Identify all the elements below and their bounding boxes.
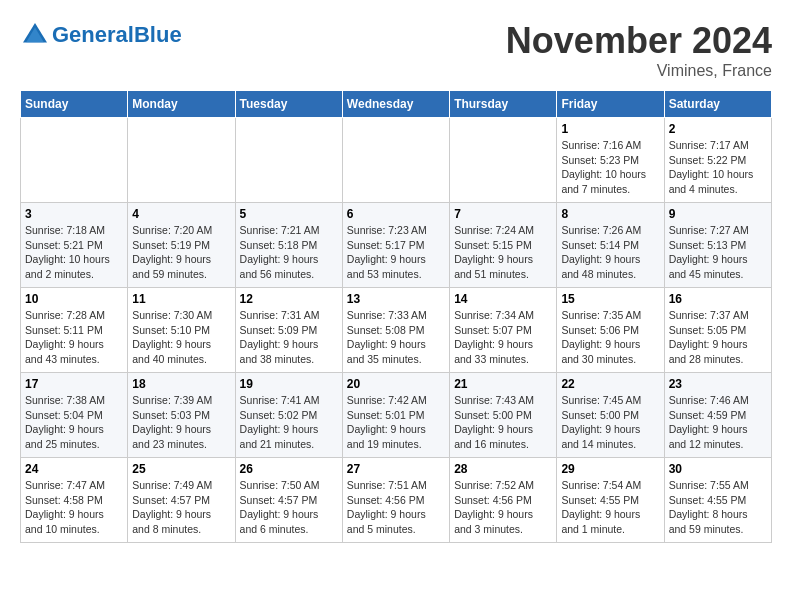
calendar-header-row: SundayMondayTuesdayWednesdayThursdayFrid… bbox=[21, 91, 772, 118]
day-number: 1 bbox=[561, 122, 659, 136]
logo-text: GeneralBlue bbox=[52, 24, 182, 46]
calendar-cell: 4Sunrise: 7:20 AM Sunset: 5:19 PM Daylig… bbox=[128, 203, 235, 288]
day-info: Sunrise: 7:24 AM Sunset: 5:15 PM Dayligh… bbox=[454, 223, 552, 282]
calendar-cell: 7Sunrise: 7:24 AM Sunset: 5:15 PM Daylig… bbox=[450, 203, 557, 288]
calendar-cell: 19Sunrise: 7:41 AM Sunset: 5:02 PM Dayli… bbox=[235, 373, 342, 458]
logo-blue: Blue bbox=[134, 22, 182, 47]
day-number: 29 bbox=[561, 462, 659, 476]
day-number: 3 bbox=[25, 207, 123, 221]
calendar-cell: 3Sunrise: 7:18 AM Sunset: 5:21 PM Daylig… bbox=[21, 203, 128, 288]
calendar-cell: 14Sunrise: 7:34 AM Sunset: 5:07 PM Dayli… bbox=[450, 288, 557, 373]
day-number: 15 bbox=[561, 292, 659, 306]
calendar-cell: 27Sunrise: 7:51 AM Sunset: 4:56 PM Dayli… bbox=[342, 458, 449, 543]
day-number: 28 bbox=[454, 462, 552, 476]
day-info: Sunrise: 7:30 AM Sunset: 5:10 PM Dayligh… bbox=[132, 308, 230, 367]
day-number: 27 bbox=[347, 462, 445, 476]
day-number: 30 bbox=[669, 462, 767, 476]
calendar-cell bbox=[21, 118, 128, 203]
calendar-week-1: 1Sunrise: 7:16 AM Sunset: 5:23 PM Daylig… bbox=[21, 118, 772, 203]
day-info: Sunrise: 7:42 AM Sunset: 5:01 PM Dayligh… bbox=[347, 393, 445, 452]
calendar-cell: 15Sunrise: 7:35 AM Sunset: 5:06 PM Dayli… bbox=[557, 288, 664, 373]
calendar-cell: 18Sunrise: 7:39 AM Sunset: 5:03 PM Dayli… bbox=[128, 373, 235, 458]
location: Vimines, France bbox=[506, 62, 772, 80]
day-number: 19 bbox=[240, 377, 338, 391]
day-info: Sunrise: 7:45 AM Sunset: 5:00 PM Dayligh… bbox=[561, 393, 659, 452]
calendar-cell: 10Sunrise: 7:28 AM Sunset: 5:11 PM Dayli… bbox=[21, 288, 128, 373]
day-info: Sunrise: 7:33 AM Sunset: 5:08 PM Dayligh… bbox=[347, 308, 445, 367]
day-number: 23 bbox=[669, 377, 767, 391]
day-number: 22 bbox=[561, 377, 659, 391]
calendar-cell: 30Sunrise: 7:55 AM Sunset: 4:55 PM Dayli… bbox=[664, 458, 771, 543]
day-info: Sunrise: 7:31 AM Sunset: 5:09 PM Dayligh… bbox=[240, 308, 338, 367]
calendar-cell: 17Sunrise: 7:38 AM Sunset: 5:04 PM Dayli… bbox=[21, 373, 128, 458]
day-number: 18 bbox=[132, 377, 230, 391]
day-info: Sunrise: 7:51 AM Sunset: 4:56 PM Dayligh… bbox=[347, 478, 445, 537]
day-info: Sunrise: 7:50 AM Sunset: 4:57 PM Dayligh… bbox=[240, 478, 338, 537]
day-number: 17 bbox=[25, 377, 123, 391]
day-number: 10 bbox=[25, 292, 123, 306]
calendar-cell: 12Sunrise: 7:31 AM Sunset: 5:09 PM Dayli… bbox=[235, 288, 342, 373]
day-info: Sunrise: 7:16 AM Sunset: 5:23 PM Dayligh… bbox=[561, 138, 659, 197]
day-number: 21 bbox=[454, 377, 552, 391]
calendar-cell bbox=[342, 118, 449, 203]
calendar-cell: 2Sunrise: 7:17 AM Sunset: 5:22 PM Daylig… bbox=[664, 118, 771, 203]
calendar-cell: 11Sunrise: 7:30 AM Sunset: 5:10 PM Dayli… bbox=[128, 288, 235, 373]
day-number: 2 bbox=[669, 122, 767, 136]
day-number: 8 bbox=[561, 207, 659, 221]
day-info: Sunrise: 7:54 AM Sunset: 4:55 PM Dayligh… bbox=[561, 478, 659, 537]
calendar-cell: 23Sunrise: 7:46 AM Sunset: 4:59 PM Dayli… bbox=[664, 373, 771, 458]
calendar-cell: 28Sunrise: 7:52 AM Sunset: 4:56 PM Dayli… bbox=[450, 458, 557, 543]
day-info: Sunrise: 7:47 AM Sunset: 4:58 PM Dayligh… bbox=[25, 478, 123, 537]
day-number: 6 bbox=[347, 207, 445, 221]
calendar-week-5: 24Sunrise: 7:47 AM Sunset: 4:58 PM Dayli… bbox=[21, 458, 772, 543]
calendar-cell bbox=[450, 118, 557, 203]
day-info: Sunrise: 7:23 AM Sunset: 5:17 PM Dayligh… bbox=[347, 223, 445, 282]
day-info: Sunrise: 7:37 AM Sunset: 5:05 PM Dayligh… bbox=[669, 308, 767, 367]
calendar-cell: 25Sunrise: 7:49 AM Sunset: 4:57 PM Dayli… bbox=[128, 458, 235, 543]
calendar-cell bbox=[235, 118, 342, 203]
calendar-cell: 5Sunrise: 7:21 AM Sunset: 5:18 PM Daylig… bbox=[235, 203, 342, 288]
day-info: Sunrise: 7:35 AM Sunset: 5:06 PM Dayligh… bbox=[561, 308, 659, 367]
day-info: Sunrise: 7:55 AM Sunset: 4:55 PM Dayligh… bbox=[669, 478, 767, 537]
day-header-monday: Monday bbox=[128, 91, 235, 118]
day-number: 16 bbox=[669, 292, 767, 306]
day-header-friday: Friday bbox=[557, 91, 664, 118]
day-number: 11 bbox=[132, 292, 230, 306]
calendar-cell: 6Sunrise: 7:23 AM Sunset: 5:17 PM Daylig… bbox=[342, 203, 449, 288]
day-info: Sunrise: 7:46 AM Sunset: 4:59 PM Dayligh… bbox=[669, 393, 767, 452]
day-number: 25 bbox=[132, 462, 230, 476]
calendar-cell: 22Sunrise: 7:45 AM Sunset: 5:00 PM Dayli… bbox=[557, 373, 664, 458]
day-info: Sunrise: 7:34 AM Sunset: 5:07 PM Dayligh… bbox=[454, 308, 552, 367]
day-info: Sunrise: 7:26 AM Sunset: 5:14 PM Dayligh… bbox=[561, 223, 659, 282]
day-number: 5 bbox=[240, 207, 338, 221]
calendar-cell: 29Sunrise: 7:54 AM Sunset: 4:55 PM Dayli… bbox=[557, 458, 664, 543]
day-info: Sunrise: 7:38 AM Sunset: 5:04 PM Dayligh… bbox=[25, 393, 123, 452]
day-info: Sunrise: 7:49 AM Sunset: 4:57 PM Dayligh… bbox=[132, 478, 230, 537]
calendar-cell: 26Sunrise: 7:50 AM Sunset: 4:57 PM Dayli… bbox=[235, 458, 342, 543]
calendar-week-4: 17Sunrise: 7:38 AM Sunset: 5:04 PM Dayli… bbox=[21, 373, 772, 458]
day-info: Sunrise: 7:18 AM Sunset: 5:21 PM Dayligh… bbox=[25, 223, 123, 282]
day-info: Sunrise: 7:39 AM Sunset: 5:03 PM Dayligh… bbox=[132, 393, 230, 452]
day-info: Sunrise: 7:27 AM Sunset: 5:13 PM Dayligh… bbox=[669, 223, 767, 282]
calendar-table: SundayMondayTuesdayWednesdayThursdayFrid… bbox=[20, 90, 772, 543]
month-title: November 2024 bbox=[506, 20, 772, 62]
calendar-cell: 1Sunrise: 7:16 AM Sunset: 5:23 PM Daylig… bbox=[557, 118, 664, 203]
day-info: Sunrise: 7:20 AM Sunset: 5:19 PM Dayligh… bbox=[132, 223, 230, 282]
logo-icon bbox=[20, 20, 50, 50]
day-info: Sunrise: 7:52 AM Sunset: 4:56 PM Dayligh… bbox=[454, 478, 552, 537]
calendar-week-3: 10Sunrise: 7:28 AM Sunset: 5:11 PM Dayli… bbox=[21, 288, 772, 373]
day-number: 9 bbox=[669, 207, 767, 221]
day-info: Sunrise: 7:28 AM Sunset: 5:11 PM Dayligh… bbox=[25, 308, 123, 367]
day-number: 20 bbox=[347, 377, 445, 391]
page-header: GeneralBlue November 2024 Vimines, Franc… bbox=[20, 20, 772, 80]
title-block: November 2024 Vimines, France bbox=[506, 20, 772, 80]
day-header-wednesday: Wednesday bbox=[342, 91, 449, 118]
day-header-tuesday: Tuesday bbox=[235, 91, 342, 118]
calendar-cell: 9Sunrise: 7:27 AM Sunset: 5:13 PM Daylig… bbox=[664, 203, 771, 288]
day-number: 12 bbox=[240, 292, 338, 306]
logo-general: General bbox=[52, 22, 134, 47]
day-info: Sunrise: 7:17 AM Sunset: 5:22 PM Dayligh… bbox=[669, 138, 767, 197]
day-number: 7 bbox=[454, 207, 552, 221]
calendar-cell: 13Sunrise: 7:33 AM Sunset: 5:08 PM Dayli… bbox=[342, 288, 449, 373]
calendar-cell: 21Sunrise: 7:43 AM Sunset: 5:00 PM Dayli… bbox=[450, 373, 557, 458]
